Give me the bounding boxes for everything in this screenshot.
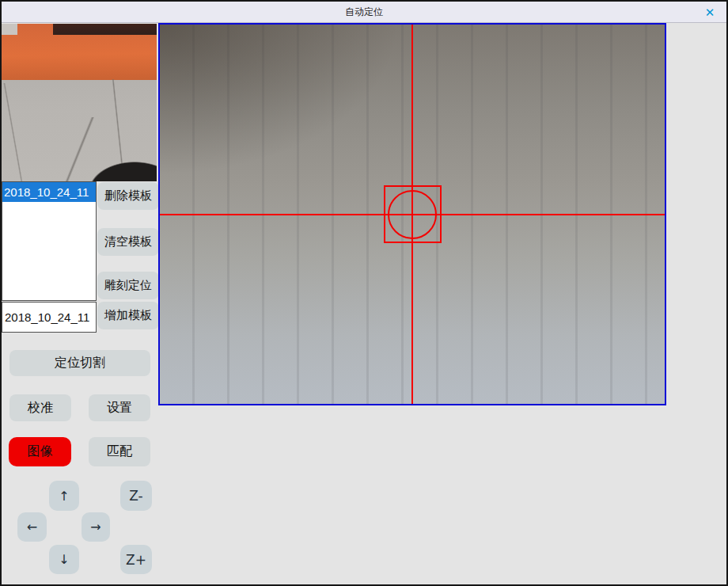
engrave-position-button[interactable]: 雕刻定位	[97, 272, 159, 299]
jog-z-plus-button[interactable]: Z+	[120, 545, 152, 574]
auto-position-dialog: 自动定位 ✕ 2018_10_24_11 2018_10_24_11 删除模板 …	[0, 0, 728, 586]
clear-templates-button[interactable]: 清空模板	[97, 228, 159, 256]
jog-down-button[interactable]: ↓	[49, 545, 79, 574]
delete-template-button[interactable]: 删除模板	[97, 182, 159, 210]
settings-button[interactable]: 设置	[89, 394, 150, 421]
target-circle-marker	[388, 190, 437, 239]
image-button[interactable]: 图像	[9, 437, 71, 466]
position-cut-button[interactable]: 定位切割	[9, 350, 150, 376]
template-list-item[interactable]: 2018_10_24_11	[2, 182, 96, 202]
jog-right-button[interactable]: →	[82, 512, 110, 542]
template-name-field[interactable]: 2018_10_24_11	[2, 302, 97, 333]
titlebar: 自动定位 ✕	[2, 2, 726, 23]
close-icon[interactable]: ✕	[701, 2, 719, 23]
template-list[interactable]: 2018_10_24_11	[2, 181, 97, 301]
jog-z-minus-button[interactable]: Z-	[120, 481, 152, 511]
add-template-button[interactable]: 增加模板	[97, 302, 159, 329]
match-button[interactable]: 匹配	[89, 437, 150, 466]
jog-up-button[interactable]: ↑	[49, 481, 79, 511]
dialog-title: 自动定位	[2, 2, 726, 23]
template-thumbnail-image	[2, 24, 157, 181]
jog-left-button[interactable]: ←	[17, 512, 47, 542]
calibrate-button[interactable]: 校准	[9, 394, 71, 421]
camera-view[interactable]	[158, 23, 666, 405]
